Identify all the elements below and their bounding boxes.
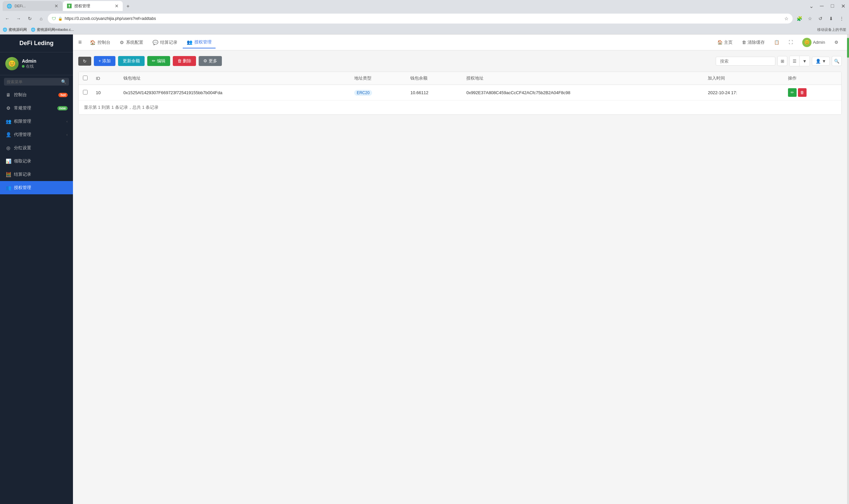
top-clear-cache-label: 清除缓存 <box>747 39 765 46</box>
pagination-info: 显示第 1 到第 1 条记录，总共 1 条记录 <box>78 100 842 114</box>
row-delete-button[interactable]: 🗑 <box>798 88 807 97</box>
sidebar-item-settlements[interactable]: 🧮 结算记录 <box>0 168 73 181</box>
dashboard-label: 控制台 <box>14 92 27 98</box>
user-status: 在线 <box>22 64 36 69</box>
top-nav-dashboard[interactable]: 🏠 控制台 <box>86 37 114 48</box>
admin-avatar: 😊 <box>802 38 812 47</box>
view-btn-group: ☰ ▼ <box>789 56 810 66</box>
search-input[interactable] <box>716 57 775 66</box>
top-sysconfig-label: 系统配置 <box>126 39 143 46</box>
claims-icon: 📊 <box>5 159 11 164</box>
sidebar-item-dividends[interactable]: ◎ 分红设置 <box>0 141 73 155</box>
top-home-icon: 🏠 <box>717 40 723 45</box>
window-expand[interactable]: ⌄ <box>808 3 814 9</box>
browser-tab-1[interactable]: 🌐 DEFi... ✕ <box>3 1 62 11</box>
action-buttons: ✏ 🗑 <box>788 88 837 97</box>
tab1-close[interactable]: ✕ <box>54 4 58 8</box>
list-view-button[interactable]: ☰ <box>790 56 799 66</box>
row-auth-address: 0x992E37A808C459acCcCF42ACfc75b2B2A04F8c… <box>462 85 704 101</box>
nav-back[interactable]: ← <box>3 14 12 23</box>
history-back-icon[interactable]: ↺ <box>816 14 825 23</box>
sidebar-item-agents[interactable]: 👤 代理管理 ‹ <box>0 128 73 141</box>
row-wallet-address: 0x1525Af1429307F669723f725419155bb7b004F… <box>120 85 350 101</box>
top-admin-button[interactable]: 😊 Admin <box>799 36 828 49</box>
bookmark-1[interactable]: 🌐 蜜桃源码网 <box>3 27 27 32</box>
bookmark-star-icon[interactable]: ☆ <box>784 16 789 21</box>
detail-view-button[interactable]: ▼ <box>799 56 810 66</box>
sidebar-item-general[interactable]: ⚙ 常规管理 new <box>0 102 73 115</box>
row-id: 10 <box>92 85 120 101</box>
sidebar-search-input[interactable] <box>7 79 59 84</box>
nav-menu: 🖥 控制台 hot ⚙ 常规管理 new 👥 权限管理 ‹ 👤 代理管理 <box>0 88 73 504</box>
window-minimize[interactable]: ─ <box>818 3 825 9</box>
row-address-type: ERC20 <box>350 85 407 101</box>
th-actions: 操作 <box>784 72 842 85</box>
sidebar-user: 😊 Admin 在线 <box>0 52 73 75</box>
bookmarks-bar: 🌐 蜜桃源码网 🌐 蜜桃源码网mitaobo.c... 移动设备上的书签 <box>0 25 849 35</box>
search-go-button[interactable]: 🔍 <box>832 56 842 66</box>
delete-button[interactable]: 🗑 删除 <box>173 56 196 66</box>
bookmark-icon[interactable]: ☆ <box>805 14 814 23</box>
filter-icon: 👤 <box>815 59 821 64</box>
nav-refresh[interactable]: ↻ <box>25 14 35 23</box>
filter-button[interactable]: 👤 ▼ <box>812 57 830 66</box>
top-nav-sysconfig[interactable]: ⚙ 系统配置 <box>116 37 147 48</box>
top-clear-cache-button[interactable]: 🗑 清除缓存 <box>739 37 768 48</box>
extensions-icon[interactable]: 🧩 <box>795 14 804 23</box>
top-fullscreen-button[interactable]: ⛶ <box>785 38 796 47</box>
new-tab-button[interactable]: + <box>123 2 133 11</box>
admin-label: Admin <box>813 40 825 45</box>
top-icon1-button[interactable]: 📋 <box>771 38 783 47</box>
row-actions: ✏ 🗑 <box>784 85 842 101</box>
add-button[interactable]: + 添加 <box>94 56 115 66</box>
top-settlements-icon: 💬 <box>152 40 158 45</box>
right-scrollbar[interactable] <box>847 35 849 504</box>
th-wallet-balance: 钱包余额 <box>406 72 462 85</box>
tab2-close[interactable]: ✕ <box>115 4 119 8</box>
nav-toggle-button[interactable]: ≡ <box>78 39 82 46</box>
toolbar: ↻ + 添加 更新余额 ✏ 编辑 🗑 删除 ⚙ 更多 ⊞ ☰ ▼ <box>78 56 842 66</box>
download-icon[interactable]: ⬇ <box>827 14 836 23</box>
th-checkbox <box>78 72 92 85</box>
refresh-button[interactable]: ↻ <box>78 57 91 66</box>
top-settings-button[interactable]: ⚙ <box>831 38 842 47</box>
nav-actions: 🧩 ☆ ↺ ⬇ ⋮ <box>795 14 846 23</box>
dividends-icon: ◎ <box>5 145 11 150</box>
browser-navbar: ← → ↻ ⌂ 🛡 🔒 https://3.zzxxb.cc/yuanzhiji… <box>0 12 849 25</box>
top-nav-settlements[interactable]: 💬 结算记录 <box>149 37 181 48</box>
address-bar[interactable]: 🛡 🔒 https://3.zzxxb.cc/yuanzhijia.php/us… <box>48 14 793 23</box>
more-button[interactable]: ⚙ 更多 <box>199 56 222 66</box>
window-maximize[interactable]: □ <box>829 3 836 9</box>
sidebar-item-authorizations[interactable]: 👥 授权管理 <box>0 181 73 194</box>
permissions-icon: 👥 <box>5 119 11 124</box>
bookmark-2[interactable]: 🌐 蜜桃源码网mitaobo.c... <box>31 27 74 32</box>
th-auth-address: 授权地址 <box>462 72 704 85</box>
th-address-type: 地址类型 <box>350 72 407 85</box>
data-table: ID 钱包地址 地址类型 钱包余额 授权地址 加入时间 操作 <box>78 72 842 115</box>
sidebar: DeFi Leding 😊 Admin 在线 🔍 🖥 <box>0 35 73 504</box>
top-auth-label: 授权管理 <box>194 39 212 45</box>
window-close[interactable]: ✕ <box>840 3 846 9</box>
browser-tab-2[interactable]: 授权管理 ✕ <box>63 1 123 11</box>
toolbar-right: ⊞ ☰ ▼ 👤 ▼ 🔍 <box>716 56 842 66</box>
authorizations-label: 授权管理 <box>14 185 31 191</box>
row-edit-button[interactable]: ✏ <box>788 88 797 97</box>
browser-titlebar: 🌐 DEFi... ✕ 授权管理 ✕ + ⌄ ─ □ ✕ <box>0 0 849 12</box>
top-home-button[interactable]: 🏠 主页 <box>714 37 736 48</box>
sidebar-search-box[interactable]: 🔍 <box>4 78 69 86</box>
sidebar-item-claims[interactable]: 📊 领取记录 <box>0 155 73 168</box>
nav-home[interactable]: ⌂ <box>36 14 46 23</box>
select-all-checkbox[interactable] <box>83 76 88 80</box>
th-join-time: 加入时间 <box>704 72 784 85</box>
grid-view-button[interactable]: ⊞ <box>777 56 787 66</box>
row-checkbox[interactable] <box>83 90 88 94</box>
bookmark-1-label: 蜜桃源码网 <box>8 27 27 32</box>
update-balance-button[interactable]: 更新余额 <box>118 56 145 66</box>
sidebar-item-permissions[interactable]: 👥 权限管理 ‹ <box>0 115 73 128</box>
sidebar-item-dashboard[interactable]: 🖥 控制台 hot <box>0 88 73 102</box>
menu-icon[interactable]: ⋮ <box>837 14 846 23</box>
top-nav-authorizations[interactable]: 👥 授权管理 <box>183 36 216 49</box>
sidebar-search-icon[interactable]: 🔍 <box>61 79 66 84</box>
edit-button[interactable]: ✏ 编辑 <box>147 56 170 66</box>
nav-forward[interactable]: → <box>14 14 23 23</box>
